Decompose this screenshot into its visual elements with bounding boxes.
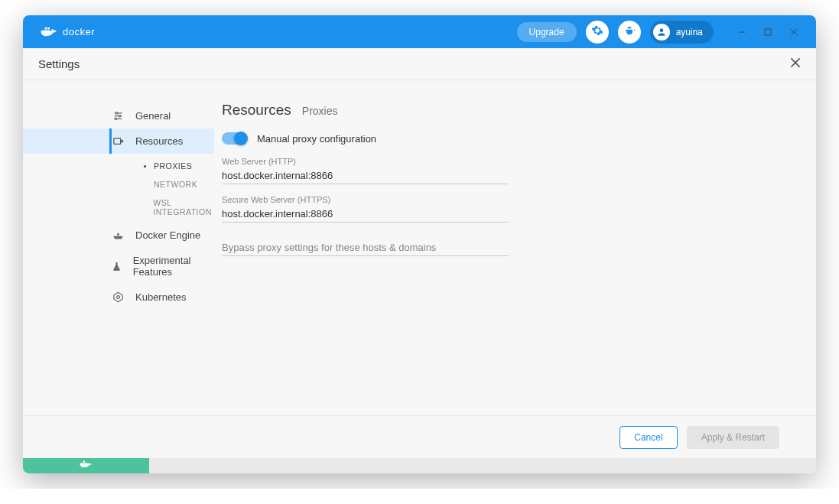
- troubleshoot-button[interactable]: [618, 21, 641, 44]
- status-indicator[interactable]: [23, 458, 149, 473]
- docker-whale-icon: [40, 23, 58, 41]
- svg-rect-7: [765, 29, 771, 35]
- http-proxy-label: Web Server (HTTP): [222, 157, 509, 166]
- topbar: docker Upgrade ayuina: [23, 15, 816, 48]
- subitem-label: WSL INTEGRATION: [153, 198, 214, 216]
- app-window: docker Upgrade ayuina: [23, 15, 816, 473]
- manual-proxy-toggle-row: Manual proxy configuration: [222, 132, 793, 145]
- manual-proxy-toggle[interactable]: [222, 132, 246, 145]
- svg-point-17: [115, 118, 117, 120]
- sidebar-item-label: Kubernetes: [135, 291, 187, 303]
- content-panel: Resources Proxies Manual proxy configura…: [214, 80, 816, 415]
- sidebar-item-label: Resources: [135, 135, 183, 147]
- username-label: ayuina: [676, 27, 703, 37]
- svg-point-5: [659, 28, 663, 32]
- close-settings-button[interactable]: [790, 57, 801, 71]
- sidebar-item-label: Experimental Features: [133, 255, 214, 278]
- svg-rect-26: [83, 460, 84, 462]
- maximize-button[interactable]: [755, 21, 781, 43]
- user-menu[interactable]: ayuina: [650, 21, 714, 44]
- subitem-label: PROXIES: [154, 161, 192, 171]
- svg-rect-18: [113, 138, 120, 145]
- brand-logo: docker: [40, 23, 95, 41]
- page-header: Settings: [23, 48, 816, 80]
- subitem-label: NETWORK: [154, 180, 197, 189]
- https-proxy-input[interactable]: [222, 206, 509, 223]
- ship-icon: [111, 231, 125, 240]
- sidebar-item-resources[interactable]: Resources: [23, 128, 214, 154]
- window-close-button[interactable]: [781, 21, 807, 43]
- gear-icon: [591, 24, 603, 40]
- svg-point-15: [119, 115, 121, 117]
- breadcrumb: Resources Proxies: [222, 102, 793, 119]
- https-proxy-label: Secure Web Server (HTTPS): [222, 195, 509, 204]
- footer: Cancel Apply & Restart: [23, 415, 816, 458]
- sidebar-item-general[interactable]: General: [111, 103, 214, 128]
- upgrade-button[interactable]: Upgrade: [517, 22, 577, 42]
- sidebar-subitem-network[interactable]: NETWORK: [142, 175, 214, 193]
- sidebar-item-label: General: [135, 110, 171, 122]
- kubernetes-icon: [111, 291, 125, 303]
- toggle-label: Manual proxy configuration: [257, 133, 376, 145]
- avatar-icon: [653, 24, 670, 41]
- sidebar-item-docker-engine[interactable]: Docker Engine: [111, 223, 214, 248]
- sidebar-item-kubernetes[interactable]: Kubernetes: [111, 285, 214, 310]
- svg-point-19: [121, 140, 123, 142]
- https-proxy-field: Secure Web Server (HTTPS): [222, 195, 509, 223]
- resources-icon: [111, 135, 125, 147]
- settings-gear-button[interactable]: [586, 21, 609, 44]
- bug-icon: [623, 24, 636, 40]
- cancel-button[interactable]: Cancel: [619, 426, 677, 449]
- breadcrumb-main: Resources: [222, 102, 291, 119]
- sidebar-subitem-proxies[interactable]: PROXIES: [142, 157, 214, 175]
- svg-marker-21: [113, 292, 122, 302]
- bypass-field: [222, 239, 509, 256]
- brand-text: docker: [63, 26, 95, 37]
- body: General Resources PROXIES NETWORK: [23, 80, 816, 415]
- svg-point-22: [116, 296, 119, 299]
- toggle-knob-icon: [234, 132, 248, 145]
- bypass-proxy-input[interactable]: [222, 239, 509, 256]
- statusbar: [23, 458, 816, 473]
- svg-point-13: [115, 112, 118, 115]
- apply-restart-button[interactable]: Apply & Restart: [687, 426, 779, 449]
- flask-icon: [111, 261, 122, 272]
- active-dot-icon: [144, 165, 146, 167]
- minimize-button[interactable]: [729, 21, 755, 43]
- svg-rect-4: [47, 27, 50, 29]
- page-title: Settings: [38, 57, 80, 70]
- resources-subnav: PROXIES NETWORK WSL INTEGRATION: [111, 154, 214, 223]
- svg-rect-20: [117, 232, 119, 235]
- sidebar-item-experimental[interactable]: Experimental Features: [111, 248, 214, 285]
- window-controls: [729, 21, 807, 43]
- breadcrumb-sub: Proxies: [302, 105, 338, 117]
- docker-whale-icon: [80, 459, 93, 473]
- http-proxy-field: Web Server (HTTP): [222, 157, 509, 184]
- sidebar: General Resources PROXIES NETWORK: [23, 80, 214, 415]
- sliders-icon: [111, 110, 125, 122]
- svg-rect-3: [45, 27, 47, 29]
- sidebar-item-label: Docker Engine: [135, 229, 200, 241]
- http-proxy-input[interactable]: [222, 167, 509, 184]
- sidebar-subitem-wsl-integration[interactable]: WSL INTEGRATION: [142, 193, 214, 221]
